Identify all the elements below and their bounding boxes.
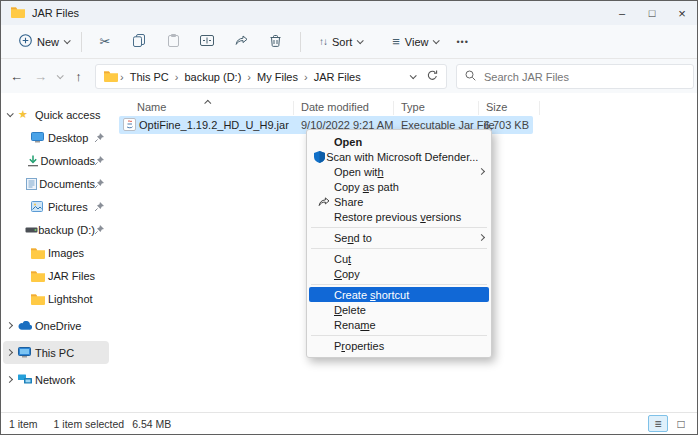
navigation-bar: ← → ↑ › This PC › backup (D:) › My Files… — [1, 59, 697, 93]
new-button-label: New — [37, 36, 59, 48]
quick-access-star-icon: ★ — [18, 108, 35, 121]
column-header-name[interactable]: Name — [137, 101, 166, 113]
breadcrumb-this-pc[interactable]: This PC — [130, 71, 169, 83]
pin-icon — [95, 155, 104, 167]
chevron-down-icon[interactable] — [7, 112, 18, 117]
chevron-right-icon[interactable] — [7, 377, 18, 382]
delete-button[interactable] — [262, 29, 288, 55]
context-menu-item-rename[interactable]: Rename — [309, 317, 489, 332]
sidebar-item-lightshot[interactable]: Lightshot — [3, 287, 109, 310]
sidebar-item-quick-access[interactable]: ★ Quick access — [3, 103, 109, 126]
close-button[interactable]: × — [667, 1, 697, 25]
jar-file-icon — [123, 118, 136, 133]
context-menu-item-copy-as-path[interactable]: Copy as path — [309, 179, 489, 194]
network-icon — [18, 374, 35, 385]
column-header-size[interactable]: Size — [486, 101, 507, 113]
sort-ascending-icon — [204, 100, 211, 107]
sidebar-item-backup-drive[interactable]: backup (D:) — [3, 218, 109, 241]
navigation-pane: ★ Quick access Desktop Downloads — [1, 93, 111, 412]
breadcrumb-separator: › — [247, 71, 251, 83]
pin-icon — [95, 201, 104, 213]
back-button[interactable]: ← — [9, 69, 24, 84]
chevron-right-icon[interactable] — [7, 323, 18, 328]
share-icon — [313, 197, 334, 207]
context-menu-item-open-with[interactable]: Open with — [309, 164, 489, 179]
folder-icon — [31, 247, 48, 259]
context-menu-item-properties[interactable]: Properties — [309, 338, 489, 353]
pin-icon — [95, 224, 104, 236]
column-divider[interactable] — [293, 101, 294, 115]
column-divider[interactable] — [539, 101, 540, 115]
column-header-date-modified[interactable]: Date modified — [301, 101, 369, 113]
context-menu-item-cut[interactable]: Cut — [309, 251, 489, 266]
rename-button[interactable] — [194, 29, 220, 55]
address-dropdown-button[interactable] — [410, 72, 417, 79]
context-menu-item-create-shortcut[interactable]: Create shortcut — [309, 287, 489, 302]
toolbar-divider — [81, 32, 82, 52]
forward-button[interactable]: → — [33, 69, 48, 84]
sidebar-item-this-pc[interactable]: This PC — [3, 341, 109, 364]
sidebar-item-downloads[interactable]: Downloads — [3, 149, 109, 172]
details-view-button[interactable]: ≡ — [648, 415, 668, 432]
nav-arrow-group: ← → ↑ — [9, 59, 86, 93]
context-menu-item-delete[interactable]: Delete — [309, 302, 489, 317]
cut-button[interactable]: ✂ — [92, 29, 118, 55]
copy-icon — [133, 34, 145, 49]
sort-button-label: Sort — [332, 36, 352, 48]
pin-icon — [95, 178, 104, 190]
minimize-button[interactable]: – — [607, 1, 637, 25]
search-box[interactable] — [456, 64, 694, 89]
more-options-button[interactable]: ••• — [456, 37, 468, 47]
view-button[interactable]: ≡ View — [384, 29, 446, 54]
scissors-icon: ✂ — [100, 34, 111, 49]
context-menu-item-copy[interactable]: Copy — [309, 266, 489, 281]
breadcrumb-backup-d[interactable]: backup (D:) — [184, 71, 241, 83]
menu-separator — [311, 284, 487, 285]
selection-size: 6.54 MB — [132, 418, 171, 430]
chevron-down-icon — [64, 37, 71, 44]
documents-icon — [26, 178, 39, 190]
search-icon — [465, 70, 476, 83]
large-icons-view-button[interactable]: □ — [671, 415, 691, 432]
column-header-type[interactable]: Type — [401, 101, 425, 113]
context-menu-item-restore-previous-versions[interactable]: Restore previous versions — [309, 209, 489, 224]
breadcrumb-my-files[interactable]: My Files — [257, 71, 298, 83]
paste-button[interactable] — [160, 29, 186, 55]
file-name: OptiFine_1.19.2_HD_U_H9.jar — [139, 119, 289, 131]
drive-icon — [25, 227, 38, 233]
context-menu-item-scan-with-defender[interactable]: Scan with Microsoft Defender... — [309, 149, 489, 164]
sidebar-item-documents[interactable]: Documents — [3, 172, 109, 195]
sidebar-item-desktop[interactable]: Desktop — [3, 126, 109, 149]
this-pc-icon — [18, 347, 35, 358]
defender-shield-icon — [313, 151, 326, 163]
sidebar-item-pictures[interactable]: Pictures — [3, 195, 109, 218]
selection-summary: 1 item selected — [54, 418, 125, 430]
address-bar[interactable]: › This PC › backup (D:) › My Files › JAR… — [95, 64, 447, 89]
maximize-button[interactable]: □ — [637, 1, 667, 25]
refresh-button[interactable] — [427, 70, 438, 83]
menu-separator — [311, 335, 487, 336]
chevron-right-icon[interactable] — [7, 350, 18, 355]
rename-icon — [200, 35, 214, 48]
context-menu-item-share[interactable]: Share — [309, 194, 489, 209]
new-button[interactable]: New — [11, 29, 77, 54]
sidebar-item-jar-files[interactable]: JAR Files — [3, 264, 109, 287]
breadcrumb-jar-files[interactable]: JAR Files — [314, 71, 361, 83]
up-button[interactable]: ↑ — [71, 69, 86, 84]
sidebar-item-onedrive[interactable]: OneDrive — [3, 314, 109, 337]
paste-icon — [168, 34, 179, 49]
share-button[interactable] — [228, 29, 254, 55]
column-divider[interactable] — [478, 101, 479, 115]
context-menu-item-open[interactable]: Open — [309, 134, 489, 149]
search-input[interactable] — [484, 71, 685, 83]
sidebar-item-network[interactable]: Network — [3, 368, 109, 391]
toolbar-divider — [300, 32, 301, 52]
column-divider[interactable] — [393, 101, 394, 115]
context-menu-item-send-to[interactable]: Send to — [309, 230, 489, 245]
view-button-label: View — [405, 36, 429, 48]
recent-locations-button[interactable] — [57, 72, 64, 79]
menu-separator — [311, 248, 487, 249]
copy-button[interactable] — [126, 29, 152, 55]
sidebar-item-images[interactable]: Images — [3, 241, 109, 264]
sort-button[interactable]: ↑↓ Sort — [311, 31, 370, 53]
